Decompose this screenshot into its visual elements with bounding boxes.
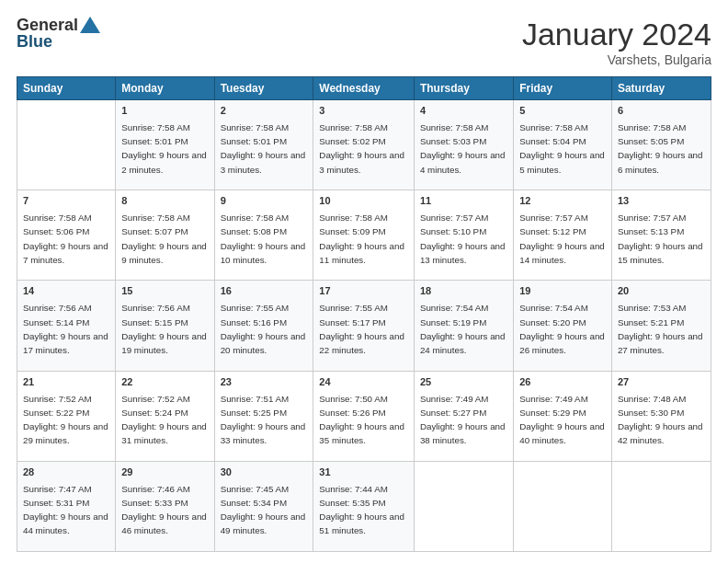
day-number: 4 <box>420 104 507 119</box>
day-info: Sunrise: 7:57 AMSunset: 5:10 PMDaylight:… <box>420 213 506 265</box>
day-cell: 15 Sunrise: 7:56 AMSunset: 5:15 PMDaylig… <box>116 281 214 371</box>
month-title: January 2024 <box>522 17 711 52</box>
day-number: 7 <box>23 194 109 209</box>
day-number: 8 <box>121 194 208 209</box>
day-number: 26 <box>519 375 606 390</box>
col-tuesday: Tuesday <box>214 77 313 100</box>
day-info: Sunrise: 7:53 AMSunset: 5:21 PMDaylight:… <box>618 303 703 355</box>
day-info: Sunrise: 7:49 AMSunset: 5:29 PMDaylight:… <box>519 394 605 446</box>
day-number: 27 <box>618 375 705 390</box>
day-cell: 17 Sunrise: 7:55 AMSunset: 5:17 PMDaylig… <box>313 281 415 371</box>
day-info: Sunrise: 7:58 AMSunset: 5:09 PMDaylight:… <box>319 213 404 265</box>
location-subtitle: Varshets, Bulgaria <box>522 52 711 67</box>
day-cell: 4 Sunrise: 7:58 AMSunset: 5:03 PMDayligh… <box>414 100 513 190</box>
day-number: 21 <box>23 375 109 390</box>
col-monday: Monday <box>116 77 214 100</box>
day-cell: 18 Sunrise: 7:54 AMSunset: 5:19 PMDaylig… <box>414 281 513 371</box>
day-cell: 12 Sunrise: 7:57 AMSunset: 5:12 PMDaylig… <box>514 190 612 281</box>
day-number: 15 <box>121 284 208 299</box>
day-info: Sunrise: 7:58 AMSunset: 5:01 PMDaylight:… <box>221 122 306 175</box>
day-cell: 31 Sunrise: 7:44 AMSunset: 5:35 PMDaylig… <box>313 461 415 551</box>
day-number: 24 <box>319 375 408 390</box>
day-number: 28 <box>23 465 109 480</box>
day-info: Sunrise: 7:58 AMSunset: 5:01 PMDaylight:… <box>121 122 207 175</box>
day-number: 6 <box>618 104 705 119</box>
day-cell: 7 Sunrise: 7:58 AMSunset: 5:06 PMDayligh… <box>17 190 116 281</box>
day-cell: 1 Sunrise: 7:58 AMSunset: 5:01 PMDayligh… <box>116 100 214 190</box>
day-number: 19 <box>519 284 606 299</box>
day-cell: 10 Sunrise: 7:58 AMSunset: 5:09 PMDaylig… <box>313 190 415 281</box>
header-row: Sunday Monday Tuesday Wednesday Thursday… <box>17 77 711 100</box>
day-info: Sunrise: 7:46 AMSunset: 5:33 PMDaylight:… <box>121 484 207 536</box>
day-cell <box>514 461 612 551</box>
day-number: 23 <box>221 375 308 390</box>
day-cell <box>414 461 513 551</box>
day-number: 25 <box>420 375 507 390</box>
day-number: 14 <box>23 284 109 299</box>
week-row-0: 1 Sunrise: 7:58 AMSunset: 5:01 PMDayligh… <box>17 100 711 190</box>
day-cell: 5 Sunrise: 7:58 AMSunset: 5:04 PMDayligh… <box>514 100 612 190</box>
day-info: Sunrise: 7:58 AMSunset: 5:08 PMDaylight:… <box>221 213 306 265</box>
day-cell: 13 Sunrise: 7:57 AMSunset: 5:13 PMDaylig… <box>611 190 711 281</box>
day-number: 29 <box>121 465 208 480</box>
col-thursday: Thursday <box>414 77 513 100</box>
day-cell: 29 Sunrise: 7:46 AMSunset: 5:33 PMDaylig… <box>116 461 214 551</box>
week-row-3: 21 Sunrise: 7:52 AMSunset: 5:22 PMDaylig… <box>17 371 711 461</box>
logo-blue-text: Blue <box>17 32 52 51</box>
day-info: Sunrise: 7:58 AMSunset: 5:04 PMDaylight:… <box>519 122 605 175</box>
day-cell: 22 Sunrise: 7:52 AMSunset: 5:24 PMDaylig… <box>116 371 214 461</box>
day-cell <box>17 100 116 190</box>
day-info: Sunrise: 7:58 AMSunset: 5:02 PMDaylight:… <box>319 122 404 175</box>
day-cell: 23 Sunrise: 7:51 AMSunset: 5:25 PMDaylig… <box>214 371 313 461</box>
day-number: 18 <box>420 284 507 299</box>
day-cell: 14 Sunrise: 7:56 AMSunset: 5:14 PMDaylig… <box>17 281 116 371</box>
week-row-1: 7 Sunrise: 7:58 AMSunset: 5:06 PMDayligh… <box>17 190 711 281</box>
day-info: Sunrise: 7:47 AMSunset: 5:31 PMDaylight:… <box>23 484 108 536</box>
title-section: January 2024 Varshets, Bulgaria <box>522 17 711 67</box>
day-info: Sunrise: 7:54 AMSunset: 5:19 PMDaylight:… <box>420 303 506 355</box>
day-info: Sunrise: 7:58 AMSunset: 5:03 PMDaylight:… <box>420 122 506 175</box>
day-number: 5 <box>519 104 606 119</box>
day-number: 16 <box>221 284 308 299</box>
day-info: Sunrise: 7:57 AMSunset: 5:13 PMDaylight:… <box>618 213 703 265</box>
svg-marker-0 <box>80 17 100 33</box>
day-info: Sunrise: 7:58 AMSunset: 5:07 PMDaylight:… <box>121 213 207 265</box>
day-cell: 2 Sunrise: 7:58 AMSunset: 5:01 PMDayligh… <box>214 100 313 190</box>
col-wednesday: Wednesday <box>313 77 415 100</box>
day-cell: 11 Sunrise: 7:57 AMSunset: 5:10 PMDaylig… <box>414 190 513 281</box>
day-number: 11 <box>420 194 507 209</box>
day-number: 3 <box>319 104 408 119</box>
day-cell: 9 Sunrise: 7:58 AMSunset: 5:08 PMDayligh… <box>214 190 313 281</box>
week-row-2: 14 Sunrise: 7:56 AMSunset: 5:14 PMDaylig… <box>17 281 711 371</box>
logo-arrow-icon <box>80 17 100 33</box>
day-cell: 21 Sunrise: 7:52 AMSunset: 5:22 PMDaylig… <box>17 371 116 461</box>
calendar-table: Sunday Monday Tuesday Wednesday Thursday… <box>17 76 711 552</box>
day-cell: 16 Sunrise: 7:55 AMSunset: 5:16 PMDaylig… <box>214 281 313 371</box>
day-info: Sunrise: 7:56 AMSunset: 5:14 PMDaylight:… <box>23 303 108 355</box>
week-row-4: 28 Sunrise: 7:47 AMSunset: 5:31 PMDaylig… <box>17 461 711 551</box>
day-info: Sunrise: 7:54 AMSunset: 5:20 PMDaylight:… <box>519 303 605 355</box>
day-info: Sunrise: 7:52 AMSunset: 5:24 PMDaylight:… <box>121 394 207 446</box>
day-cell: 3 Sunrise: 7:58 AMSunset: 5:02 PMDayligh… <box>313 100 415 190</box>
day-number: 1 <box>121 104 208 119</box>
day-info: Sunrise: 7:45 AMSunset: 5:34 PMDaylight:… <box>221 484 306 536</box>
day-info: Sunrise: 7:48 AMSunset: 5:30 PMDaylight:… <box>618 394 703 446</box>
day-number: 12 <box>519 194 606 209</box>
day-cell: 28 Sunrise: 7:47 AMSunset: 5:31 PMDaylig… <box>17 461 116 551</box>
day-cell: 30 Sunrise: 7:45 AMSunset: 5:34 PMDaylig… <box>214 461 313 551</box>
day-cell: 8 Sunrise: 7:58 AMSunset: 5:07 PMDayligh… <box>116 190 214 281</box>
day-info: Sunrise: 7:50 AMSunset: 5:26 PMDaylight:… <box>319 394 404 446</box>
day-info: Sunrise: 7:49 AMSunset: 5:27 PMDaylight:… <box>420 394 506 446</box>
day-info: Sunrise: 7:44 AMSunset: 5:35 PMDaylight:… <box>319 484 404 536</box>
day-info: Sunrise: 7:57 AMSunset: 5:12 PMDaylight:… <box>519 213 605 265</box>
day-info: Sunrise: 7:52 AMSunset: 5:22 PMDaylight:… <box>23 394 108 446</box>
logo: General Blue <box>17 17 100 50</box>
day-number: 2 <box>221 104 308 119</box>
day-cell: 20 Sunrise: 7:53 AMSunset: 5:21 PMDaylig… <box>611 281 711 371</box>
day-info: Sunrise: 7:58 AMSunset: 5:06 PMDaylight:… <box>23 213 108 265</box>
day-info: Sunrise: 7:58 AMSunset: 5:05 PMDaylight:… <box>618 122 703 175</box>
logo-general-text: General <box>17 17 78 33</box>
day-cell: 26 Sunrise: 7:49 AMSunset: 5:29 PMDaylig… <box>514 371 612 461</box>
calendar-body: 1 Sunrise: 7:58 AMSunset: 5:01 PMDayligh… <box>17 100 711 552</box>
day-info: Sunrise: 7:56 AMSunset: 5:15 PMDaylight:… <box>121 303 207 355</box>
